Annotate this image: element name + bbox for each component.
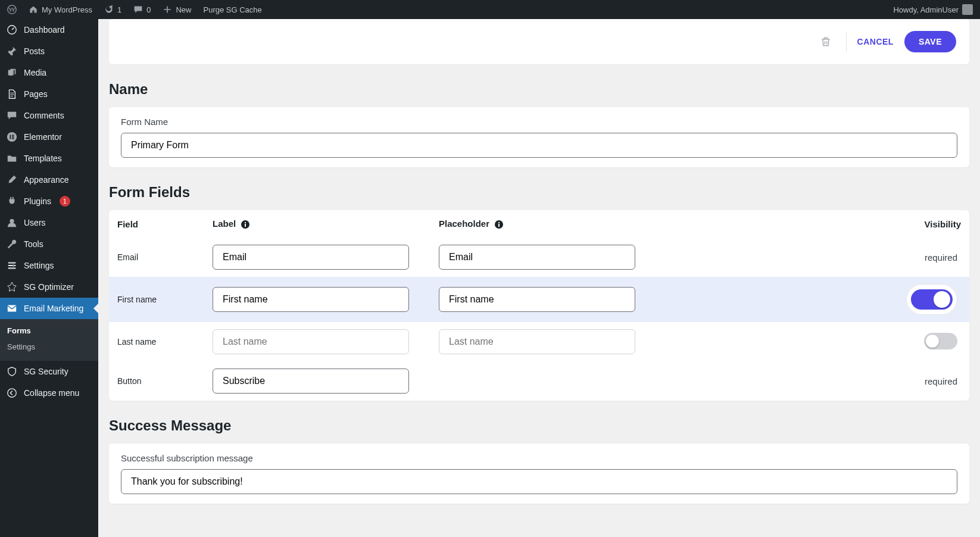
wp-logo[interactable]: [5, 5, 19, 14]
updates-link[interactable]: 1: [102, 5, 124, 14]
fields-card: Field Label Placeholder Visibility Email…: [109, 210, 969, 401]
sidebar-item-label: Elementor: [24, 132, 62, 142]
svg-point-11: [10, 267, 13, 270]
placeholder-input[interactable]: [439, 245, 635, 270]
comments-count: 0: [146, 5, 151, 14]
section-title-fields: Form Fields: [109, 184, 969, 201]
label-input[interactable]: [213, 245, 409, 270]
field-name: First name: [109, 277, 204, 322]
success-card: Successful subscription message: [109, 444, 969, 504]
sidebar-item-plugins[interactable]: Plugins1: [0, 191, 98, 212]
cancel-button[interactable]: CANCEL: [857, 37, 894, 46]
svg-rect-4: [10, 135, 11, 139]
success-input[interactable]: [121, 469, 957, 494]
svg-rect-6: [12, 136, 14, 138]
sidebar-item-collapse-menu[interactable]: Collapse menu: [0, 382, 98, 404]
th-label: Label: [204, 210, 430, 238]
user-icon: [6, 217, 18, 229]
form-name-input[interactable]: [121, 133, 957, 158]
plus-icon: [163, 5, 172, 14]
brush-icon: [6, 174, 18, 186]
table-row: Buttonrequired: [109, 361, 969, 401]
sidebar-item-pages[interactable]: Pages: [0, 83, 98, 105]
site-name-link[interactable]: My WordPress: [26, 5, 95, 14]
field-name: Last name: [109, 322, 204, 361]
svg-point-9: [10, 262, 12, 264]
account-link[interactable]: Howdy, AdminUser: [891, 4, 975, 15]
svg-rect-15: [245, 222, 246, 223]
collapse-icon: [6, 387, 18, 399]
th-visibility: Visibility: [657, 210, 969, 238]
sidebar-item-dashboard[interactable]: Dashboard: [0, 19, 98, 40]
pages-icon: [6, 88, 18, 100]
admin-top-bar: My WordPress 1 0 New Purge SG Cache Howd…: [0, 0, 980, 19]
sidebar-item-sg-security[interactable]: SG Security: [0, 361, 98, 382]
svg-rect-16: [245, 224, 246, 227]
sidebar-item-label: Posts: [24, 46, 45, 56]
purge-label: Purge SG Cache: [203, 5, 261, 14]
plug-icon: [6, 195, 18, 207]
sidebar-item-sg-optimizer[interactable]: SG Optimizer: [0, 276, 98, 298]
home-icon: [29, 5, 38, 14]
sidebar-item-email-marketing[interactable]: Email Marketing: [0, 298, 98, 319]
form-actions-card: CANCEL SAVE: [109, 19, 969, 64]
table-row: Last name: [109, 322, 969, 361]
svg-rect-5: [12, 135, 14, 136]
section-title-name: Name: [109, 81, 969, 98]
sliders-icon: [6, 260, 18, 271]
field-name: Button: [109, 361, 204, 401]
dashboard-icon: [6, 24, 18, 36]
refresh-icon: [104, 5, 114, 14]
name-card: Form Name: [109, 107, 969, 167]
table-row: First name: [109, 277, 969, 322]
sidebar-item-label: Email Marketing: [24, 304, 83, 313]
sidebar-item-tools[interactable]: Tools: [0, 233, 98, 255]
comment-icon: [133, 5, 143, 14]
update-badge: 1: [60, 196, 70, 207]
sidebar-item-label: Tools: [24, 239, 43, 249]
sidebar-item-templates[interactable]: Templates: [0, 148, 98, 169]
sidebar-item-label: Dashboard: [24, 25, 65, 35]
visibility-toggle[interactable]: [924, 333, 957, 349]
success-label: Successful subscription message: [121, 453, 957, 463]
comments-link[interactable]: 0: [131, 5, 153, 14]
rocket-icon: [6, 281, 18, 293]
field-name: Email: [109, 238, 204, 277]
wrench-icon: [6, 238, 18, 250]
submenu-item-forms[interactable]: Forms: [0, 323, 98, 339]
shield-icon: [6, 366, 18, 377]
sidebar-item-label: Collapse menu: [24, 388, 79, 398]
sidebar-item-media[interactable]: Media: [0, 62, 98, 83]
sidebar-item-comments[interactable]: Comments: [0, 105, 98, 126]
info-icon[interactable]: [241, 220, 250, 229]
purge-cache-link[interactable]: Purge SG Cache: [201, 5, 264, 14]
sidebar-item-label: Plugins: [24, 196, 51, 206]
avatar: [962, 4, 973, 15]
label-input[interactable]: [213, 369, 409, 394]
save-button[interactable]: SAVE: [904, 31, 956, 52]
submenu-item-settings[interactable]: Settings: [0, 339, 98, 355]
info-icon[interactable]: [494, 220, 504, 229]
svg-rect-7: [12, 138, 14, 139]
label-input: [213, 329, 409, 354]
sidebar-item-label: SG Security: [24, 367, 68, 376]
sidebar-item-label: Appearance: [24, 175, 69, 185]
th-field: Field: [109, 210, 204, 238]
sidebar-item-settings[interactable]: Settings: [0, 255, 98, 276]
th-placeholder: Placeholder: [430, 210, 657, 238]
placeholder-input[interactable]: [439, 287, 635, 312]
label-input[interactable]: [213, 287, 409, 312]
placeholder-input: [439, 329, 635, 354]
sidebar-item-label: Users: [24, 218, 46, 227]
folder-icon: [6, 152, 18, 164]
visibility-toggle[interactable]: [906, 284, 957, 315]
sidebar-item-users[interactable]: Users: [0, 212, 98, 233]
delete-button[interactable]: [816, 32, 835, 51]
form-name-label: Form Name: [121, 117, 957, 127]
required-text: required: [925, 252, 957, 263]
sidebar-item-posts[interactable]: Posts: [0, 40, 98, 62]
sidebar-item-elementor[interactable]: Elementor: [0, 126, 98, 148]
sidebar-item-appearance[interactable]: Appearance: [0, 169, 98, 191]
table-row: Emailrequired: [109, 238, 969, 277]
new-link[interactable]: New: [160, 5, 193, 14]
